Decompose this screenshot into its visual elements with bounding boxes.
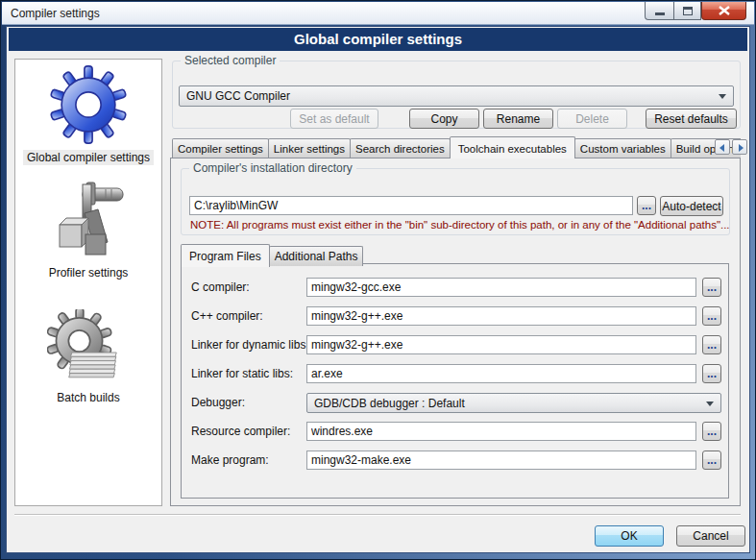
compiler-select[interactable]: GNU GCC Compiler bbox=[179, 85, 734, 107]
ok-button[interactable]: OK bbox=[595, 525, 664, 547]
dynamic-linker-input[interactable] bbox=[306, 335, 696, 354]
compiler-settings-window: Compiler settings Global compiler settin… bbox=[0, 0, 756, 560]
cpp-compiler-input[interactable] bbox=[306, 306, 696, 326]
reset-defaults-button[interactable]: Reset defaults bbox=[646, 109, 737, 129]
sidebar-item-label: Global compiler settings bbox=[23, 150, 154, 165]
make-program-row: Make program: ... bbox=[182, 450, 728, 470]
sidebar-item-label: Batch builds bbox=[53, 390, 123, 405]
make-program-browse-button[interactable]: ... bbox=[702, 450, 721, 470]
footer-divider bbox=[14, 514, 741, 516]
selected-compiler-group: Selected compiler GNU GCC Compiler Set a… bbox=[172, 61, 741, 129]
tab-additional-paths[interactable]: Additional Paths bbox=[269, 246, 364, 266]
gray-gear-stack-icon bbox=[47, 309, 130, 384]
cpp-compiler-row: C++ compiler: ... bbox=[182, 306, 728, 326]
tab-linker-settings[interactable]: Linker settings bbox=[268, 138, 351, 158]
close-icon bbox=[702, 2, 747, 20]
compiler-select-value: GNU GCC Compiler bbox=[186, 89, 290, 103]
static-linker-browse-button[interactable]: ... bbox=[702, 364, 721, 383]
c-compiler-label: C compiler: bbox=[191, 280, 250, 294]
sidebar-item-label: Profiler settings bbox=[45, 265, 133, 280]
tab-custom-variables[interactable]: Custom variables bbox=[574, 138, 671, 158]
install-dir-browse-button[interactable]: ... bbox=[637, 196, 656, 215]
selected-compiler-legend: Selected compiler bbox=[181, 54, 280, 67]
sidebar: Global compiler settings bbox=[14, 59, 162, 506]
caption-buttons bbox=[645, 2, 746, 20]
debugger-select[interactable]: GDB/CDB debugger : Default bbox=[306, 393, 721, 413]
c-compiler-row: C compiler: ... bbox=[182, 278, 728, 297]
cpp-compiler-browse-button[interactable]: ... bbox=[702, 306, 721, 326]
rename-button[interactable]: Rename bbox=[483, 109, 553, 129]
debugger-row: Debugger: GDB/CDB debugger : Default bbox=[182, 393, 728, 412]
titlebar[interactable]: Compiler settings bbox=[2, 2, 754, 25]
cancel-button[interactable]: Cancel bbox=[676, 525, 745, 547]
files-tabs: Program Files Additional Paths bbox=[181, 243, 362, 266]
static-linker-input[interactable] bbox=[306, 364, 696, 383]
arrow-left-icon bbox=[719, 144, 724, 152]
resource-compiler-row: Resource compiler: ... bbox=[182, 422, 728, 441]
close-button[interactable] bbox=[701, 2, 746, 20]
dynamic-linker-browse-button[interactable]: ... bbox=[702, 335, 721, 354]
main-tabs: Compiler settings Linker settings Search… bbox=[172, 136, 741, 158]
cpp-compiler-label: C++ compiler: bbox=[191, 309, 263, 323]
minimize-icon bbox=[655, 12, 665, 15]
chevron-down-icon bbox=[719, 94, 726, 99]
tab-compiler-settings[interactable]: Compiler settings bbox=[172, 138, 269, 158]
tab-search-directories[interactable]: Search directories bbox=[350, 138, 451, 158]
tab-toolchain-executables[interactable]: Toolchain executables bbox=[450, 136, 575, 158]
dynamic-linker-label: Linker for dynamic libs: bbox=[191, 338, 309, 352]
c-compiler-browse-button[interactable]: ... bbox=[702, 278, 721, 297]
install-dir-input[interactable] bbox=[189, 196, 633, 215]
caliper-icon bbox=[50, 181, 127, 259]
resource-compiler-input[interactable] bbox=[306, 422, 696, 441]
debugger-select-value: GDB/CDB debugger : Default bbox=[314, 397, 465, 410]
program-files-panel: C compiler: ... C++ compiler: ... Linker… bbox=[181, 263, 729, 499]
make-program-label: Make program: bbox=[191, 453, 269, 467]
static-linker-row: Linker for static libs: ... bbox=[182, 364, 728, 383]
make-program-input[interactable] bbox=[306, 450, 696, 470]
sidebar-item-profiler-settings[interactable]: Profiler settings bbox=[15, 181, 161, 280]
chevron-down-icon bbox=[706, 402, 714, 406]
toolchain-executables-panel: Compiler's installation directory ... Au… bbox=[170, 158, 741, 506]
sidebar-item-global-compiler-settings[interactable]: Global compiler settings bbox=[15, 65, 161, 165]
c-compiler-input[interactable] bbox=[306, 278, 696, 297]
resource-compiler-label: Resource compiler: bbox=[191, 425, 290, 438]
delete-button[interactable]: Delete bbox=[557, 109, 627, 129]
set-default-button[interactable]: Set as default bbox=[290, 109, 378, 129]
page-title: Global compiler settings bbox=[294, 31, 462, 47]
tab-scroll-buttons bbox=[713, 139, 747, 155]
blue-gear-icon bbox=[49, 65, 128, 144]
note-text: NOTE: All programs must exist either in … bbox=[190, 219, 730, 231]
tab-scroll-right-button[interactable] bbox=[732, 139, 747, 155]
tab-program-files[interactable]: Program Files bbox=[181, 244, 270, 267]
copy-button[interactable]: Copy bbox=[409, 109, 479, 129]
dialog-client-area: Global compiler settings bbox=[6, 26, 750, 553]
tab-scroll-left-button[interactable] bbox=[715, 139, 730, 155]
window-title: Compiler settings bbox=[11, 7, 100, 20]
install-dir-legend: Compiler's installation directory bbox=[189, 161, 356, 175]
maximize-icon bbox=[683, 7, 693, 15]
static-linker-label: Linker for static libs: bbox=[191, 367, 293, 380]
minimize-button[interactable] bbox=[645, 2, 673, 20]
sidebar-item-batch-builds[interactable]: Batch builds bbox=[15, 309, 161, 405]
arrow-right-icon bbox=[739, 144, 744, 152]
resource-compiler-browse-button[interactable]: ... bbox=[702, 422, 721, 441]
debugger-label: Debugger: bbox=[191, 396, 245, 409]
maximize-button[interactable] bbox=[673, 2, 701, 20]
autodetect-button[interactable]: Auto-detect bbox=[660, 196, 723, 216]
install-dir-group: Compiler's installation directory ... Au… bbox=[181, 168, 730, 235]
dialog-header: Global compiler settings bbox=[9, 28, 747, 51]
dynamic-linker-row: Linker for dynamic libs: ... bbox=[182, 335, 728, 354]
